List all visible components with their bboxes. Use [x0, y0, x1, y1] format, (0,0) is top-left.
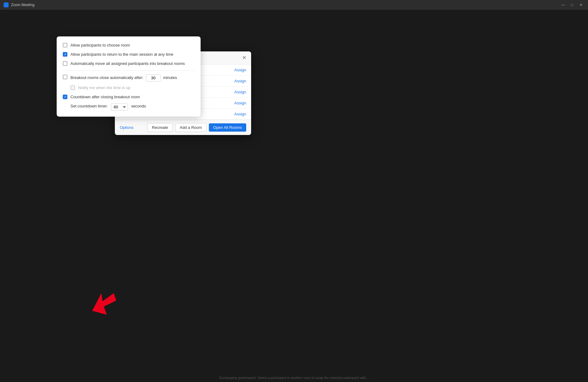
- recreate-button[interactable]: Recreate: [147, 123, 173, 132]
- breakout-rooms-dialog: Breakout Rooms - Not Started ✕ ▼ Room 1 …: [115, 51, 251, 135]
- maximize-button[interactable]: □: [569, 2, 575, 8]
- close-window-button[interactable]: ✕: [578, 2, 584, 8]
- bottom-status-text: Exchanging (participant): Select a parti…: [219, 376, 368, 380]
- auto-close-unit: minutes: [163, 75, 177, 81]
- return-main-label: Allow participants to return to the main…: [70, 52, 173, 57]
- option-return-main: Allow participants to return to the main…: [63, 52, 194, 57]
- minimize-button[interactable]: —: [560, 2, 567, 8]
- countdown-timer-select[interactable]: 10 15 20 30 60 90 120: [111, 103, 128, 110]
- countdown-label: Countdown after closing breakout room: [70, 94, 140, 100]
- title-bar-controls: — □ ✕: [560, 2, 584, 8]
- option-auto-move: Automatically move all assigned particip…: [63, 61, 194, 66]
- options-popup: Allow participants to choose room Allow …: [57, 36, 201, 117]
- options-divider: [63, 70, 194, 71]
- option-notify: Notify me when the time is up: [70, 85, 194, 91]
- room-assign-btn-5[interactable]: Assign: [234, 112, 246, 116]
- return-main-checkbox[interactable]: [63, 52, 67, 57]
- title-bar: Zoom Meeting — □ ✕: [0, 0, 588, 10]
- room-assign-btn-2[interactable]: Assign: [234, 79, 246, 83]
- auto-move-checkbox[interactable]: [63, 61, 67, 66]
- room-assign-btn-3[interactable]: Assign: [234, 90, 246, 94]
- countdown-timer-label: Set countdown timer:: [70, 103, 108, 109]
- option-auto-close: Breakout rooms close automatically after…: [63, 74, 194, 81]
- countdown-checkbox[interactable]: [63, 95, 67, 99]
- auto-move-label: Automatically move all assigned particip…: [70, 61, 185, 66]
- room-assign-btn-1[interactable]: Assign: [234, 68, 246, 72]
- app-icon: [4, 2, 9, 7]
- auto-close-minutes-input[interactable]: [146, 74, 160, 81]
- open-all-rooms-button[interactable]: Open All Rooms: [209, 123, 246, 132]
- svg-marker-0: [87, 288, 122, 320]
- room-assign-btn-4[interactable]: Assign: [234, 101, 246, 105]
- auto-close-checkbox[interactable]: [63, 75, 67, 79]
- option-choose-room: Allow participants to choose room: [63, 43, 194, 48]
- choose-room-label: Allow participants to choose room: [70, 43, 130, 48]
- title-bar-title: Zoom Meeting: [11, 3, 560, 7]
- countdown-unit: seconds: [131, 103, 146, 109]
- add-room-button[interactable]: Add a Room: [175, 123, 206, 132]
- red-arrow: [90, 293, 118, 315]
- dialog-footer: Options Recreate Add a Room Open All Roo…: [115, 120, 251, 135]
- options-button[interactable]: Options: [120, 125, 134, 130]
- choose-room-checkbox[interactable]: [63, 43, 67, 47]
- option-countdown: Countdown after closing breakout room: [63, 94, 194, 100]
- auto-close-inline: Breakout rooms close automatically after…: [70, 74, 177, 81]
- notify-label: Notify me when the time is up: [78, 85, 130, 91]
- dialog-close-button[interactable]: ✕: [242, 55, 246, 60]
- option-countdown-timer: Set countdown timer: 10 15 20 30 60 90 1…: [70, 103, 194, 110]
- auto-close-label: Breakout rooms close automatically after…: [70, 75, 143, 81]
- notify-checkbox[interactable]: [70, 85, 75, 90]
